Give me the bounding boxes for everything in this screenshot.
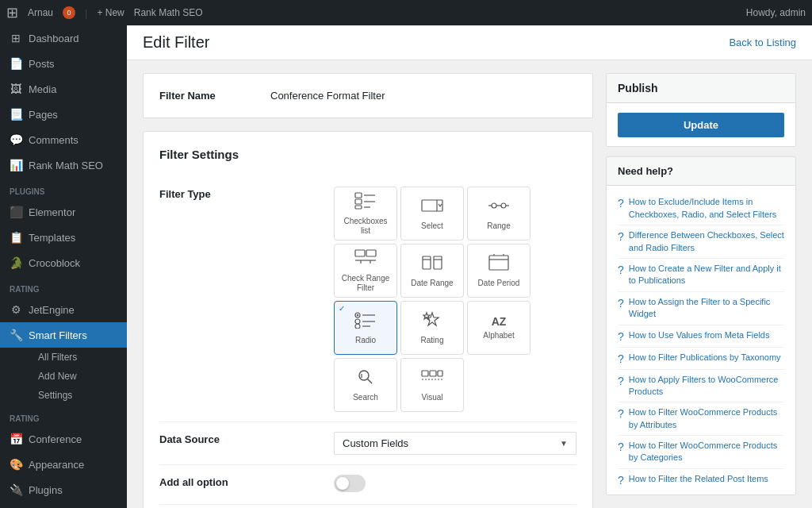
page-title-bar: Edit Filter Back to Listing (127, 25, 812, 60)
svg-point-29 (355, 319, 360, 324)
checkboxes-icon (354, 192, 377, 214)
notif-badge: 0 (63, 6, 75, 19)
main-inner: Filter Name Conference Format Filter Fil… (127, 60, 812, 508)
svg-rect-39 (438, 371, 442, 376)
notif-link[interactable]: 0 (63, 6, 75, 19)
sidebar-item-add-new[interactable]: Add New (29, 367, 127, 386)
help-icon-4: ? (618, 330, 624, 343)
help-text-1: Difference Between Checkboxes, Select an… (629, 229, 784, 254)
sidebar-item-plugins[interactable]: 🔌 Plugins (0, 477, 127, 502)
sidebar-item-crocoblock[interactable]: 🐊 Crocoblock (0, 250, 127, 275)
help-text-4: How to Use Values from Meta Fields (629, 329, 770, 341)
help-item-2[interactable]: ? How to Create a New Filter and Apply i… (618, 259, 784, 292)
date-range-icon (421, 254, 443, 275)
help-item-1[interactable]: ? Difference Between Checkboxes, Select … (618, 225, 784, 259)
svg-point-35 (359, 371, 369, 380)
sidebar-item-conference[interactable]: 📅 Conference (0, 426, 127, 452)
back-to-listing-link[interactable]: Back to Listing (729, 37, 796, 48)
filter-type-date-period[interactable]: Date Period (467, 244, 530, 298)
help-item-8[interactable]: ? How to Filter WooCommerce Products by … (618, 436, 784, 469)
rank-math-icon: 📊 (10, 159, 22, 171)
comments-icon: 💬 (10, 133, 22, 146)
top-bar: ⊞ Arnau 0 | + New Rank Math SEO Howdy, a… (0, 0, 812, 25)
check-range-icon (354, 249, 377, 271)
help-icon-6: ? (618, 375, 624, 387)
sidebar-item-appearance[interactable]: 🎨 Appearance (0, 452, 127, 477)
add-all-toggle[interactable] (334, 475, 366, 492)
sidebar-item-pages[interactable]: 📃 Pages (0, 102, 127, 127)
smart-filters-icon: 🔧 (10, 329, 22, 341)
filter-type-label: Filter Type (159, 187, 318, 200)
sidebar-item-users[interactable]: 👤 Users (0, 502, 127, 508)
filter-type-date-range[interactable]: Date Range (400, 244, 464, 298)
sidebar-section-rating: RATING (0, 275, 127, 297)
help-icon-7: ? (618, 407, 624, 420)
sidebar-item-rank-math[interactable]: 📊 Rank Math SEO (0, 152, 127, 178)
sidebar: ⊞ Dashboard 📄 Posts 🖼 Media 📃 Pages 💬 Co… (0, 25, 127, 508)
sidebar-item-dashboard[interactable]: ⊞ Dashboard (0, 25, 127, 51)
help-text-2: How to Create a New Filter and Apply it … (629, 263, 784, 287)
update-button[interactable]: Update (618, 113, 784, 137)
sidebar-item-smart-filters[interactable]: 🔧 Smart Filters (0, 322, 127, 348)
sidebar-item-posts[interactable]: 📄 Posts (0, 51, 127, 76)
seo-link[interactable]: Rank Math SEO (134, 7, 203, 18)
filter-type-rating[interactable]: Rating (400, 301, 464, 355)
filter-name-card: Filter Name Conference Format Filter (143, 73, 593, 118)
deselect-row: Ability to deselect radio buttons (159, 505, 576, 508)
filter-type-alphabet[interactable]: AZ Alphabet (467, 301, 530, 355)
sidebar-item-settings-sf[interactable]: Settings (29, 386, 127, 405)
help-item-0[interactable]: ? How to Exclude/Include Items in Checkb… (618, 192, 784, 225)
filter-type-checkboxes[interactable]: Checkboxes list (334, 187, 397, 241)
sidebar-item-jetengine[interactable]: ⚙ JetEngine (0, 297, 127, 322)
svg-rect-0 (355, 193, 362, 198)
help-text-7: How to Filter WooCommerce Products by At… (629, 406, 784, 431)
svg-rect-13 (355, 250, 365, 256)
help-item-9[interactable]: ? How to Filter the Related Post Items (618, 469, 784, 491)
filter-type-search[interactable]: Search (334, 358, 397, 412)
plugins-icon: 🔌 (10, 483, 22, 496)
filter-type-grid: Checkboxes list Select (334, 187, 576, 412)
new-link[interactable]: + New (97, 7, 124, 18)
range-label: Range (487, 221, 510, 231)
help-item-7[interactable]: ? How to Filter WooCommerce Products by … (618, 402, 784, 436)
sidebar-section-plugins: PLUGINS (0, 178, 127, 199)
help-title: Need help? (607, 157, 795, 186)
sidebar-item-media[interactable]: 🖼 Media (0, 76, 127, 102)
help-item-5[interactable]: ? How to Filter Publications by Taxonomy (618, 348, 784, 370)
help-icon-5: ? (618, 352, 624, 365)
checkboxes-label: Checkboxes list (338, 217, 393, 236)
filter-type-visual[interactable]: Visual (400, 358, 464, 412)
filter-type-radio[interactable]: Radio (334, 301, 397, 355)
help-text-9: How to Filter the Related Post Items (629, 473, 768, 485)
elementor-icon: ⬛ (10, 206, 22, 218)
help-item-4[interactable]: ? How to Use Values from Meta Fields (618, 325, 784, 348)
filter-type-control: Checkboxes list Select (334, 187, 576, 412)
date-period-icon (488, 254, 510, 275)
select-icon (421, 197, 443, 218)
data-source-dropdown[interactable]: Custom Fields ▼ (334, 432, 576, 455)
sidebar-item-comments[interactable]: 💬 Comments (0, 127, 127, 152)
help-item-3[interactable]: ? How to Assign the Filter to a Specific… (618, 292, 784, 325)
filter-name-value: Conference Format Filter (270, 90, 385, 102)
pages-icon: 📃 (10, 108, 22, 121)
help-icon-0: ? (618, 197, 624, 210)
help-item-6[interactable]: ? How to Apply Filters to WooCommerce Pr… (618, 370, 784, 403)
publish-body: Update (607, 103, 795, 147)
add-all-track (334, 475, 366, 492)
filter-type-check-range[interactable]: Check Range Filter (334, 244, 397, 298)
svg-point-9 (501, 203, 506, 208)
help-box: Need help? ? How to Exclude/Include Item… (606, 156, 796, 495)
filter-type-select[interactable]: Select (400, 187, 464, 241)
sidebar-item-templates[interactable]: 📋 Templates (0, 225, 127, 250)
svg-rect-20 (434, 256, 442, 269)
svg-point-27 (357, 314, 358, 315)
sidebar-item-elementor[interactable]: ⬛ Elementor (0, 199, 127, 225)
filter-type-range[interactable]: Range (467, 187, 530, 241)
site-link[interactable]: Arnau (28, 7, 53, 18)
data-source-row: Data Source Custom Fields ▼ (159, 422, 576, 465)
sidebar-item-all-filters[interactable]: All Filters (29, 348, 127, 367)
search-filter-icon (357, 368, 374, 390)
date-range-label: Date Range (411, 279, 453, 288)
svg-rect-37 (422, 371, 428, 376)
alphabet-label: Alphabet (483, 331, 514, 341)
